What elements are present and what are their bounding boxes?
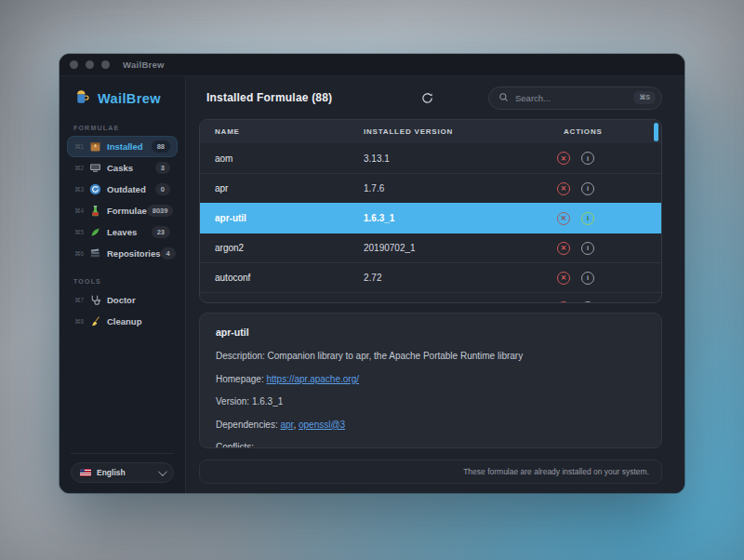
dependency-link[interactable]: apr [281, 420, 294, 430]
sidebar-item-casks[interactable]: ⌘2 Casks 3 [68, 158, 177, 178]
shortcut-label: ⌘7 [74, 297, 88, 304]
table-row-selected[interactable]: apr-util 1.6.3_1 ✕i [200, 203, 661, 233]
formula-version: 1.7.6 [349, 183, 549, 193]
brand: WailBrew [60, 87, 185, 109]
info-icon[interactable]: i [581, 212, 594, 225]
close-button[interactable] [70, 60, 78, 69]
sidebar-item-installed[interactable]: ⌘1 Installed 88 [68, 137, 177, 156]
count-badge: 3 [155, 162, 170, 174]
info-icon[interactable]: i [581, 301, 594, 304]
info-icon[interactable]: i [581, 242, 594, 255]
sidebar-item-formulae[interactable]: ⌘4 Formulae 8039 [68, 201, 177, 220]
details-homepage: Homepage: https://apr.apache.org/ [216, 374, 645, 384]
refresh-button[interactable] [418, 88, 436, 107]
sidebar-divider [71, 453, 174, 454]
shortcut-label: ⌘2 [74, 165, 88, 172]
info-icon[interactable]: i [581, 182, 594, 195]
uninstall-icon[interactable]: ✕ [557, 152, 570, 165]
wailbrew-logo-icon [73, 87, 91, 109]
main-header: Installed Formulae (88) ⌘S [199, 76, 662, 119]
formula-name: apr-util [200, 213, 349, 223]
details-dependencies-label: Dependencies: [216, 420, 281, 430]
details-homepage-label: Homepage: [216, 374, 266, 384]
details-dependencies: Dependencies: apr, openssl@3 [216, 420, 645, 430]
sidebar-item-leaves[interactable]: ⌘5 Leaves 23 [68, 222, 177, 242]
details-conflicts: Conflicts: -- [216, 442, 645, 448]
flask-icon [88, 205, 101, 218]
column-header-version: INSTALLED VERSION [349, 127, 549, 136]
search-input[interactable] [515, 93, 627, 103]
sidebar-item-label: Repositories [107, 248, 161, 259]
formula-version: 2.72 [349, 273, 549, 283]
stethoscope-icon [88, 294, 101, 307]
status-note: These formulae are already installed on … [463, 467, 649, 476]
uninstall-icon[interactable]: ✕ [557, 301, 570, 304]
books-icon [88, 247, 101, 260]
broom-icon [88, 315, 101, 328]
formula-name: autoconf [200, 273, 349, 283]
table-header-row: NAME INSTALLED VERSION ACTIONS [200, 120, 661, 143]
formula-name: argon2 [200, 243, 349, 253]
language-select[interactable]: English [71, 462, 174, 483]
refresh-icon [88, 183, 101, 196]
table-row[interactable]: aom 3.13.1 ✕i [200, 143, 661, 173]
search-icon [498, 89, 509, 106]
brand-name: WailBrew [98, 91, 161, 106]
wailbrew-window: WailBrew WailBrew FORMULAE ⌘1 [60, 54, 684, 493]
info-icon[interactable]: i [581, 272, 594, 285]
window-title: WailBrew [123, 60, 165, 70]
shortcut-label: ⌘1 [74, 143, 88, 151]
monitor-icon [88, 162, 101, 175]
sidebar-item-label: Casks [107, 163, 155, 173]
formula-name: aom [200, 153, 349, 164]
sidebar-item-cleanup[interactable]: ⌘8 Cleanup [68, 312, 177, 331]
details-description: Description: Companion library to apr, t… [216, 351, 645, 361]
table-row[interactable]: argon2 20190702_1 ✕i [200, 233, 661, 262]
homepage-link[interactable]: https://apr.apache.org/ [266, 374, 359, 384]
formula-version: 20190702_1 [349, 243, 549, 253]
uninstall-icon[interactable]: ✕ [557, 212, 570, 225]
table-row[interactable]: apr 1.7.6 ✕i [200, 173, 661, 203]
formula-version: 1.6.3_1 [349, 213, 549, 223]
sidebar-item-repositories[interactable]: ⌘6 Repositories 4 [68, 244, 177, 263]
sidebar-item-label: Outdated [107, 184, 155, 194]
shortcut-label: ⌘4 [74, 207, 88, 215]
table-row[interactable]: autoconf 2.72 ✕i [200, 262, 661, 292]
search-field[interactable]: ⌘S [488, 87, 662, 110]
details-formula-name: apr-util [216, 327, 645, 338]
sidebar-item-outdated[interactable]: ⌘3 Outdated 0 [68, 180, 177, 199]
formulae-table: NAME INSTALLED VERSION ACTIONS aom 3.13.… [199, 119, 662, 303]
details-description-label: Description: [216, 351, 268, 361]
search-shortcut-badge: ⌘S [633, 91, 656, 104]
formula-version: 3.13.1 [349, 153, 549, 164]
shortcut-label: ⌘8 [74, 318, 88, 326]
dependency-link[interactable]: openssl@3 [299, 420, 345, 430]
sidebar-item-label: Doctor [107, 295, 170, 305]
shortcut-label: ⌘6 [74, 250, 88, 258]
sidebar-item-doctor[interactable]: ⌘7 Doctor [68, 290, 177, 310]
details-version-value: 1.6.3_1 [252, 396, 283, 407]
sidebar: WailBrew FORMULAE ⌘1 Installed 88 ⌘2 Cas… [60, 76, 186, 493]
info-icon[interactable]: i [581, 152, 594, 165]
count-badge: 88 [152, 140, 170, 153]
count-badge: 23 [152, 226, 170, 238]
details-panel: apr-util Description: Companion library … [199, 313, 662, 448]
language-label: English [97, 468, 153, 477]
details-version-label: Version: [216, 396, 252, 407]
title-bar: WailBrew [60, 54, 684, 76]
uninstall-icon[interactable]: ✕ [557, 182, 570, 195]
section-label-tools: TOOLS [60, 278, 185, 285]
scrollbar-thumb[interactable] [654, 123, 658, 141]
sidebar-item-label: Formulae [107, 206, 147, 216]
formula-name: apr [200, 183, 349, 193]
table-row-partial[interactable]: ✕i [200, 292, 661, 303]
shortcut-label: ⌘3 [74, 186, 88, 193]
count-badge: 0 [155, 183, 170, 195]
minimize-button[interactable] [86, 60, 94, 69]
us-flag-icon [80, 469, 91, 476]
leaf-icon [88, 226, 101, 239]
zoom-button[interactable] [101, 60, 110, 69]
uninstall-icon[interactable]: ✕ [557, 242, 570, 255]
uninstall-icon[interactable]: ✕ [557, 272, 570, 285]
main-content: Installed Formulae (88) ⌘S NAME INSTALLE… [186, 76, 684, 493]
